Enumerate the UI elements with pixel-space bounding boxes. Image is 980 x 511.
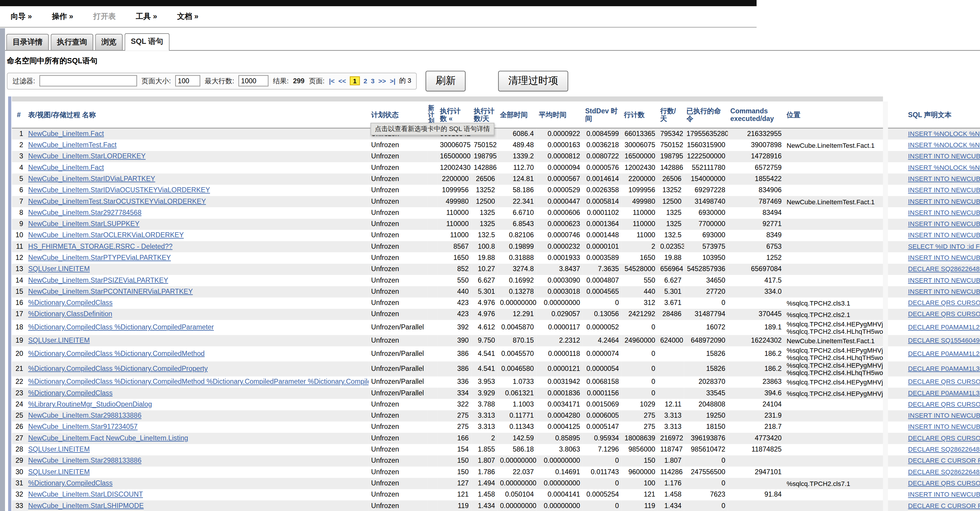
pager-prev-icon[interactable]: <<	[339, 77, 346, 85]
menu-item-0[interactable]: 向导 »	[11, 11, 32, 22]
name-link[interactable]: NewCube_LineItem.StarLSHIPMODE	[28, 501, 144, 509]
name-link[interactable]: NewCube_LineItem.Star2988133886	[28, 412, 142, 419]
sql-link[interactable]: INSERT INTO NEWCUBE	[908, 412, 980, 419]
name-link[interactable]: SQLUser.LINEITEM	[28, 337, 90, 344]
pager-page-3[interactable]: 3	[371, 77, 374, 85]
col-header-avg[interactable]: 平均时间	[536, 102, 582, 128]
sql-link[interactable]: INSERT %NOLOCK %NO	[908, 141, 980, 149]
cell-rows: 1650	[622, 252, 658, 263]
col-header-sql[interactable]: SQL 声明文本	[905, 102, 980, 128]
name-link[interactable]: NewCube_LineItem.StarLDISCOUNT	[28, 490, 143, 498]
tab-1[interactable]: 执行查询	[51, 34, 93, 50]
sql-link[interactable]: DECLARE QRS CURSOR	[908, 299, 980, 307]
max-rows-input[interactable]	[239, 75, 269, 86]
name-link[interactable]: %Dictionary.CompiledClass %Dictionary.Co…	[28, 350, 205, 357]
name-link[interactable]: %Library.RoutineMgr_StudioOpenDialog	[28, 400, 152, 408]
name-link[interactable]: NewCube_LineItem.StarLSUPPKEY	[28, 220, 140, 228]
sql-link[interactable]: SELECT %ID INTO :id FR	[908, 242, 980, 250]
tab-2[interactable]: 浏览	[95, 34, 123, 50]
sql-link[interactable]: DECLARE SQ286226481	[908, 446, 980, 453]
sql-link[interactable]: DECLARE C CURSOR FO	[908, 457, 980, 464]
col-header-total[interactable]: 全部时间	[498, 102, 536, 128]
name-link[interactable]: %Dictionary.CompiledClass %Dictionary.Co…	[28, 364, 208, 372]
sql-link[interactable]: INSERT INTO NEWCUBE	[908, 175, 980, 182]
refresh-button[interactable]: 刷新	[426, 70, 466, 91]
cell-name: NewCube_LineItemTest.Fact	[25, 139, 369, 150]
sql-link[interactable]: INSERT INTO NEWCUBE	[908, 186, 980, 194]
name-link[interactable]: NewCube_LineItem.Fact	[28, 163, 104, 171]
tab-3[interactable]: SQL 语句	[124, 33, 169, 51]
sql-link[interactable]: DECLARE QRS CURSOR	[908, 378, 980, 385]
sql-link[interactable]: INSERT INTO NEWCUBE	[908, 423, 980, 430]
col-header-rows[interactable]: 行计数	[622, 102, 658, 128]
menu-item-3[interactable]: 工具 »	[136, 11, 157, 22]
name-link[interactable]: %Dictionary.CompiledClass	[28, 299, 113, 307]
name-link[interactable]: NewCube_LineItem.StarLORDERKEY	[28, 152, 146, 160]
name-link[interactable]: NewCube_LineItem.Star2988133886	[28, 457, 142, 464]
menu-item-4[interactable]: 文档 »	[177, 11, 198, 22]
sql-link[interactable]: DECLARE SQ286226481	[908, 265, 980, 273]
name-link[interactable]: SQLUser.LINEITEM	[28, 446, 90, 453]
filter-input[interactable]	[40, 75, 137, 86]
sql-link[interactable]: INSERT INTO NEWCUBE	[908, 287, 980, 295]
name-link[interactable]: SQLUser.LINEITEM	[28, 265, 90, 273]
menu-item-1[interactable]: 操作 »	[52, 11, 73, 22]
name-link[interactable]: NewCube_LineItem.StarIDViaLPARTKEY	[28, 175, 155, 182]
name-link[interactable]: NewCube_LineItem.StarOCLERKViaLORDERKEY	[28, 231, 184, 239]
name-link[interactable]: %Dictionary.CompiledClass	[28, 479, 113, 487]
name-link[interactable]: %Dictionary.ClassDefinition	[28, 310, 112, 318]
sql-link[interactable]: INSERT %NOLOCK %NO	[908, 163, 980, 171]
page-size-input[interactable]	[175, 75, 200, 86]
name-link[interactable]: SQLUser.LINEITEM	[28, 468, 90, 475]
col-header-n[interactable]: #	[12, 102, 25, 128]
name-link[interactable]: NewCube_LineItem.StarPCONTAINERViaLPARTK…	[28, 287, 193, 295]
col-header-loc[interactable]: 位置	[784, 102, 883, 128]
sql-link[interactable]: INSERT INTO NEWCUBE	[908, 197, 980, 205]
name-link[interactable]: %Dictionary.CompiledClass %Dictionary.Co…	[28, 323, 214, 331]
sql-link[interactable]: DECLARE QRS CURSOR	[908, 434, 980, 442]
sql-link[interactable]: DECLARE P0AMAM1L24	[908, 350, 980, 357]
sql-link[interactable]: DECLARE P0AMAM1L31	[908, 389, 980, 396]
col-header-cmdsday[interactable]: Commands executed/day	[728, 102, 784, 128]
sql-link[interactable]: DECLARE SQ286226481	[908, 468, 980, 475]
purge-stale-button[interactable]: 清理过时项	[498, 70, 568, 91]
sql-link[interactable]: DECLARE P0AMAM1L30	[908, 364, 980, 372]
pager-last-icon[interactable]: >|	[390, 77, 395, 85]
sql-link[interactable]: DECLARE QRS CURSOR	[908, 310, 980, 318]
sql-link[interactable]: INSERT INTO NEWCUBE	[908, 276, 980, 284]
name-link[interactable]: NewCube_LineItem.StarPTYPEViaLPARTKEY	[28, 254, 171, 261]
sql-link[interactable]: INSERT INTO NEWCUBE	[908, 231, 980, 239]
sql-link[interactable]: INSERT INTO NEWCUBE	[908, 254, 980, 261]
sql-link[interactable]: INSERT INTO NEWCUBE	[908, 152, 980, 160]
col-header-cmds[interactable]: 已执行的命 令	[684, 102, 728, 128]
pager-next-icon[interactable]: >>	[378, 77, 386, 85]
pager-page-2[interactable]: 2	[364, 77, 367, 85]
sql-link[interactable]: INSERT INTO NEWCUBE	[908, 220, 980, 228]
name-link[interactable]: %Dictionary.CompiledClass	[28, 389, 113, 396]
sql-link[interactable]: DECLARE SQ155460490	[908, 337, 980, 344]
name-link[interactable]: NewCube_LineItem.Fact	[28, 129, 104, 137]
col-header-rowsday[interactable]: 行数/天	[658, 102, 684, 128]
name-link[interactable]: NewCube_LineItem.StarPSIZEViaLPARTKEY	[28, 276, 168, 284]
cell-count: 390	[438, 335, 471, 346]
name-link[interactable]: NewCube_LineItemTest.StarOCUSTKEYViaLORD…	[28, 197, 206, 205]
name-link[interactable]: NewCube_LineItem.Star2927784568	[28, 209, 142, 216]
name-link[interactable]: NewCube_LineItem.Star917234057	[28, 423, 138, 430]
col-header-name[interactable]: 表/视图/存储过程 名称	[25, 102, 369, 128]
sql-link[interactable]: DECLARE QRS CURSOR	[908, 479, 980, 487]
name-link[interactable]: NewCube_LineItem.StarIDViaOCUSTKEYViaLOR…	[28, 186, 210, 194]
name-link[interactable]: NewCube_LineItem.Fact NewCube_LineItem.L…	[28, 434, 188, 442]
cell-loc: %sqlcq.TPCH2.cls3.1	[784, 297, 883, 308]
pager-first-icon[interactable]: |<	[329, 77, 334, 85]
sql-link[interactable]: DECLARE C CURSOR FO	[908, 501, 980, 509]
sql-link[interactable]: DECLARE QRS CURSOR	[908, 400, 980, 408]
name-link[interactable]: NewCube_LineItemTest.Fact	[28, 141, 117, 149]
sql-link[interactable]: INSERT %NOLOCK %NO	[908, 129, 980, 137]
col-header-std[interactable]: StdDev 时 间	[583, 102, 622, 128]
tab-0[interactable]: 目录详情	[6, 34, 49, 50]
name-link[interactable]: HS_FHIRMETA_STORAGE.RSRC - Deleted??	[28, 242, 173, 250]
sql-link[interactable]: INSERT INTO NEWCUBE	[908, 209, 980, 216]
sql-link[interactable]: INSERT INTO NEWCUBE	[908, 490, 980, 498]
name-link[interactable]: %Dictionary.CompiledClass %Dictionary.Co…	[28, 378, 369, 385]
sql-link[interactable]: DECLARE P0AMAM1L29	[908, 323, 980, 331]
